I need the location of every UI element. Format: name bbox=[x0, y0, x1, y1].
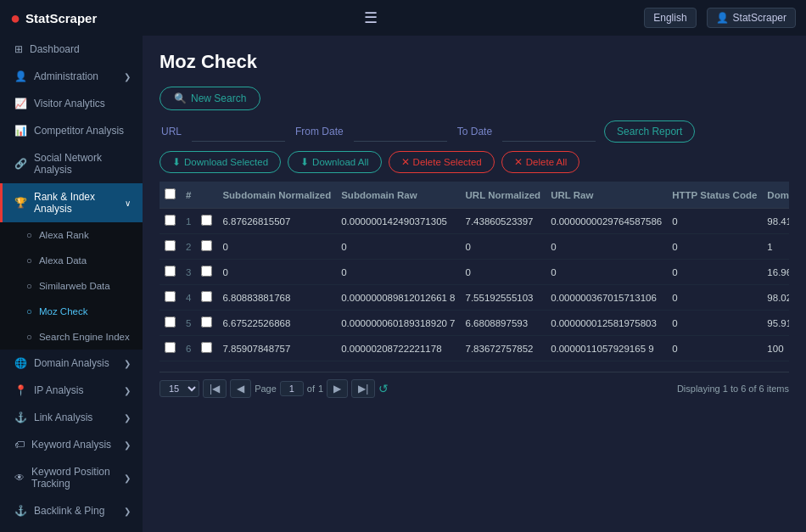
sidebar-item-similarweb-data[interactable]: ○ Similarweb Data bbox=[0, 273, 143, 299]
total-pages: 1 bbox=[318, 384, 323, 394]
refresh-button[interactable]: ↺ bbox=[378, 382, 389, 395]
row-num: 6 bbox=[181, 336, 196, 361]
table-row: 5 6.67522526868 0.000000060189318920 7 6… bbox=[160, 311, 789, 336]
row-subdomain-raw: 0.000000089812012661 8 bbox=[336, 285, 460, 311]
row-checkbox[interactable] bbox=[165, 291, 176, 302]
row-checkbox[interactable] bbox=[165, 240, 176, 251]
backlink-icon: ⚓ bbox=[14, 505, 27, 517]
row-checkbox-cell[interactable] bbox=[160, 260, 181, 285]
col-url-normalized: URL Normalized bbox=[461, 182, 546, 209]
row-num: 4 bbox=[181, 285, 196, 311]
sidebar-item-domain-analysis[interactable]: 🌐 Domain Analysis ❯ bbox=[0, 350, 143, 377]
hamburger-icon[interactable]: ☰ bbox=[364, 8, 378, 27]
sidebar-item-backlink-ping[interactable]: ⚓ Backlink & Ping ❯ bbox=[0, 497, 143, 524]
row-subdomain-raw: 0.000000142490371305 bbox=[336, 209, 460, 234]
row-checkbox[interactable] bbox=[165, 316, 176, 328]
pagination-left: 15 |◀ ◀ Page of 1 ▶ ▶| ↺ bbox=[160, 379, 389, 398]
row-url-normalized: 0 bbox=[461, 234, 546, 260]
chevron-icon: ❯ bbox=[124, 507, 131, 516]
page-size-select[interactable]: 15 bbox=[160, 380, 199, 397]
row-subdomain-normalized: 0 bbox=[217, 234, 336, 260]
download-all-icon: ⬇ bbox=[300, 156, 309, 168]
download-selected-button[interactable]: ⬇ Download Selected bbox=[160, 151, 281, 173]
row-checkbox-cell[interactable] bbox=[160, 336, 181, 361]
row-num: 5 bbox=[181, 311, 196, 336]
download-all-button[interactable]: ⬇ Download All bbox=[288, 151, 381, 173]
row-num: 1 bbox=[181, 209, 196, 234]
row-checkbox-cell[interactable] bbox=[160, 234, 181, 260]
row-http-status: 0 bbox=[667, 209, 762, 234]
chevron-icon: ❯ bbox=[124, 440, 131, 450]
row-check-icon bbox=[196, 311, 217, 336]
col-num: # bbox=[181, 182, 196, 209]
page-number-input[interactable] bbox=[280, 381, 304, 396]
select-all-checkbox[interactable] bbox=[165, 188, 176, 199]
sidebar-item-moz-check[interactable]: ○ Moz Check bbox=[0, 299, 143, 324]
competitor-analysis-icon: 📊 bbox=[14, 125, 27, 137]
next-page-button[interactable]: ▶ bbox=[327, 379, 348, 398]
row-http-status: 0 bbox=[667, 285, 762, 311]
select-all-header[interactable] bbox=[160, 182, 181, 209]
new-search-button[interactable]: 🔍 New Search bbox=[160, 87, 260, 110]
navbar: ● StatScraper ☰ English 👤 StatScraper bbox=[0, 0, 806, 36]
alexa-data-icon: ○ bbox=[26, 255, 32, 266]
row-checkbox[interactable] bbox=[165, 266, 176, 277]
row-check-icon bbox=[196, 209, 217, 234]
sidebar-item-search-engine-index[interactable]: ○ Search Engine Index bbox=[0, 324, 143, 350]
sidebar-item-label: Competitor Analysis bbox=[34, 125, 124, 137]
row-http-status: 0 bbox=[667, 260, 762, 285]
sidebar-item-rank-index[interactable]: 🏆 Rank & Index Analysis ∨ bbox=[0, 183, 143, 222]
sidebar-item-visitor-analytics[interactable]: 📈 Visitor Analytics bbox=[0, 90, 143, 117]
sidebar-item-administration[interactable]: 👤 Administration ❯ bbox=[0, 63, 143, 90]
delete-all-button[interactable]: ✕ Delete All bbox=[501, 151, 580, 173]
row-domain-authority: 98.0234719174 bbox=[762, 285, 789, 311]
domain-icon: 🌐 bbox=[14, 357, 27, 369]
row-domain-authority: 100 bbox=[762, 336, 789, 361]
sidebar-item-link-analysis[interactable]: ⚓ Link Analysis ❯ bbox=[0, 404, 143, 431]
sidebar-item-ip-analysis[interactable]: 📍 IP Analysis ❯ bbox=[0, 377, 143, 404]
row-http-status: 0 bbox=[667, 336, 762, 361]
prev-page-button[interactable]: ◀ bbox=[230, 379, 251, 398]
row-num: 2 bbox=[181, 234, 196, 260]
url-input[interactable] bbox=[192, 122, 285, 142]
sidebar-item-dashboard[interactable]: ⊞ Dashboard bbox=[0, 36, 143, 63]
row-domain-authority: 95.9187565356 bbox=[762, 311, 789, 336]
row-num: 3 bbox=[181, 260, 196, 285]
user-menu[interactable]: 👤 StatScraper bbox=[707, 8, 796, 28]
sidebar-item-label: Dashboard bbox=[30, 43, 80, 55]
sidebar-item-alexa-data[interactable]: ○ Alexa Data bbox=[0, 248, 143, 273]
row-checkbox[interactable] bbox=[165, 215, 176, 226]
sidebar-item-alexa-rank[interactable]: ○ Alexa Rank bbox=[0, 222, 143, 248]
brand: ● StatScraper bbox=[10, 8, 97, 28]
from-date-label: From Date bbox=[294, 121, 345, 142]
sidebar-item-keyword-analysis[interactable]: 🏷 Keyword Analysis ❯ bbox=[0, 431, 143, 458]
toolbar: 🔍 New Search bbox=[160, 87, 789, 110]
sidebar-item-social-network[interactable]: 🔗 Social Network Analysis bbox=[0, 144, 143, 183]
table-row: 3 0 0 0 0 0 16.9647439392 1 0 bbox=[160, 260, 789, 285]
keyword-position-icon: 👁 bbox=[14, 472, 25, 484]
display-info: Displaying 1 to 6 of 6 items bbox=[677, 384, 789, 394]
chevron-icon: ❯ bbox=[124, 359, 131, 368]
sidebar-item-competitor-analysis[interactable]: 📊 Competitor Analysis bbox=[0, 117, 143, 144]
row-checkbox-cell[interactable] bbox=[160, 311, 181, 336]
sidebar-item-keyword-position[interactable]: 👁 Keyword Position Tracking ❯ bbox=[0, 458, 143, 497]
language-selector[interactable]: English bbox=[644, 8, 696, 28]
row-checkbox-cell[interactable] bbox=[160, 209, 181, 234]
url-label: URL bbox=[160, 121, 183, 142]
from-date-input[interactable] bbox=[354, 122, 447, 142]
row-subdomain-raw: 0 bbox=[336, 234, 460, 260]
sidebar-item-malware-scan[interactable]: 🛡 Malware Scan bbox=[0, 524, 143, 532]
row-checkbox[interactable] bbox=[165, 342, 176, 353]
search-report-button[interactable]: Search Report bbox=[604, 120, 695, 143]
filter-row: URL From Date To Date Search Report bbox=[160, 120, 789, 143]
to-date-input[interactable] bbox=[502, 122, 596, 142]
delete-selected-button[interactable]: ✕ Delete Selected bbox=[389, 151, 495, 173]
last-page-button[interactable]: ▶| bbox=[351, 379, 375, 398]
search-icon: 🔍 bbox=[174, 92, 187, 104]
sidebar-item-label: Domain Analysis bbox=[34, 357, 109, 369]
first-page-button[interactable]: |◀ bbox=[203, 379, 227, 398]
row-check-icon bbox=[196, 336, 217, 361]
row-checkbox-cell[interactable] bbox=[160, 285, 181, 311]
row-url-normalized: 0 bbox=[461, 260, 546, 285]
dashboard-icon: ⊞ bbox=[14, 43, 23, 55]
